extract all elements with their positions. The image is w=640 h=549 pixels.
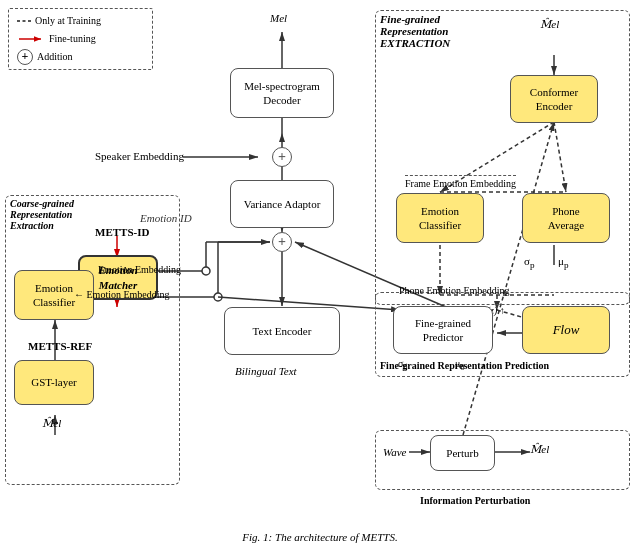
diagram: Only at Training Fine-tuning + Addition …: [0, 0, 640, 549]
mel-hat-bottom-label: M̂el: [42, 417, 61, 430]
metts-ref-label: METTS-REF: [28, 340, 92, 352]
text-encoder-label: Text Encoder: [253, 324, 312, 338]
emotion-id-text: Emotion ID: [140, 212, 192, 224]
legend-finetuning-label: Fine-tuning: [49, 31, 96, 47]
metts-id-text: METTS-ID: [95, 226, 149, 238]
conformer-encoder-box: Conformer Encoder: [510, 75, 598, 123]
phone-average-box: Phone Average: [522, 193, 610, 243]
sigma-theta-text: σθ: [398, 358, 407, 369]
svg-point-17: [214, 293, 222, 301]
coarse-label-text3: Extraction: [10, 220, 74, 231]
emotion-embedding-top-label: Emotion Embedding: [98, 264, 181, 275]
fine-extraction-region: [375, 10, 630, 305]
sigma-p-text: σp: [524, 255, 535, 267]
frame-emotion-embedding-label: Frame Emotion Embedding: [405, 175, 516, 189]
mu-theta-text: μθ: [455, 358, 464, 369]
bilingual-text-text: Bilingual Text: [235, 365, 297, 377]
wave-label: Wave: [383, 446, 406, 458]
speaker-embedding-text: Speaker Embedding: [95, 150, 184, 162]
mel-decoder-box: Mel-spectrogram Decoder: [230, 68, 334, 118]
speaker-circle-plus: +: [272, 147, 292, 167]
phone-average-label: Phone Average: [548, 204, 584, 233]
wave-text: Wave: [383, 446, 406, 458]
text-encoder-box: Text Encoder: [224, 307, 340, 355]
emotion-classifier-right-box: Emotion Classifier: [396, 193, 484, 243]
emotion-classifier-left-label: Emotion Classifier: [33, 281, 75, 310]
emotion-embedding-top-text: Emotion Embedding: [98, 264, 181, 275]
main-circle-plus: +: [272, 232, 292, 252]
perturb-box: Perturb: [430, 435, 495, 471]
coarse-label-text: Coarse-grained: [10, 198, 74, 209]
mu-p-label: μp: [558, 255, 568, 270]
variance-adaptor-label: Variance Adaptor: [244, 197, 321, 211]
mel-hat-top-label: M̂el: [540, 18, 559, 31]
caption-text: Fig. 1: The architecture of METTS.: [242, 531, 397, 543]
legend-box: Only at Training Fine-tuning + Addition: [8, 8, 153, 70]
mu-theta-label: μθ: [455, 358, 464, 372]
legend-training: Only at Training: [17, 13, 144, 29]
emotion-embedding-bottom-text: Emotion Embedding: [87, 289, 170, 300]
emotion-id-label: Emotion ID: [140, 212, 192, 224]
bilingual-text-label: Bilingual Text: [235, 365, 297, 377]
speaker-embedding-label: Speaker Embedding: [95, 150, 184, 162]
phone-emotion-embedding-text: Phone Emotion Embedding: [399, 285, 510, 296]
caption: Fig. 1: The architecture of METTS.: [242, 531, 397, 543]
mu-p-text: μp: [558, 255, 568, 267]
emotion-classifier-right-label: Emotion Classifier: [419, 204, 461, 233]
sigma-theta-label: σθ: [398, 358, 407, 372]
metts-ref-text: METTS-REF: [28, 340, 92, 352]
svg-point-13: [202, 267, 210, 275]
conformer-encoder-label: Conformer Encoder: [530, 85, 578, 114]
legend-training-label: Only at Training: [35, 13, 101, 29]
fine-extraction-label: Fine-grained Representation EXTRACTION: [380, 13, 450, 49]
fine-grained-predictor-box: Fine-grained Predictor: [393, 306, 493, 354]
info-perturbation-label: Information Perturbation: [420, 495, 530, 506]
metts-id-label: METTS-ID: [95, 226, 149, 238]
mel-decoder-label: Mel-spectrogram Decoder: [244, 79, 320, 108]
fine-grained-predictor-label: Fine-grained Predictor: [415, 316, 471, 345]
legend-dashed: [17, 20, 31, 22]
legend-addition: + Addition: [17, 49, 144, 65]
coarse-label: Coarse-grained Representation Extraction: [10, 198, 74, 231]
flow-label: Flow: [553, 322, 580, 339]
sigma-p-label: σp: [524, 255, 535, 270]
legend-finetuning: Fine-tuning: [17, 31, 144, 47]
perturb-label: Perturb: [446, 446, 478, 460]
coarse-label-text2: Representation: [10, 209, 74, 220]
mel-top-text: Mel: [270, 12, 287, 24]
phone-emotion-embedding-label: Phone Emotion Embedding: [399, 285, 510, 296]
flow-box: Flow: [522, 306, 610, 354]
mel-top-label: Mel: [270, 12, 287, 24]
gst-layer-label: GST-layer: [31, 375, 76, 389]
frame-emotion-embedding-text: Frame Emotion Embedding: [405, 178, 516, 189]
emotion-embedding-bottom-label: ← Emotion Embedding: [74, 289, 170, 300]
legend-plus-icon: +: [17, 49, 33, 65]
variance-adaptor-box: Variance Adaptor: [230, 180, 334, 228]
legend-arrow-red: [17, 33, 45, 45]
legend-addition-label: Addition: [37, 49, 73, 65]
gst-layer-box: GST-layer: [14, 360, 94, 405]
info-perturbation-region: [375, 430, 630, 490]
mel-hat-right-label: M̂el: [530, 443, 549, 456]
info-perturbation-label-text: Information Perturbation: [420, 495, 530, 506]
